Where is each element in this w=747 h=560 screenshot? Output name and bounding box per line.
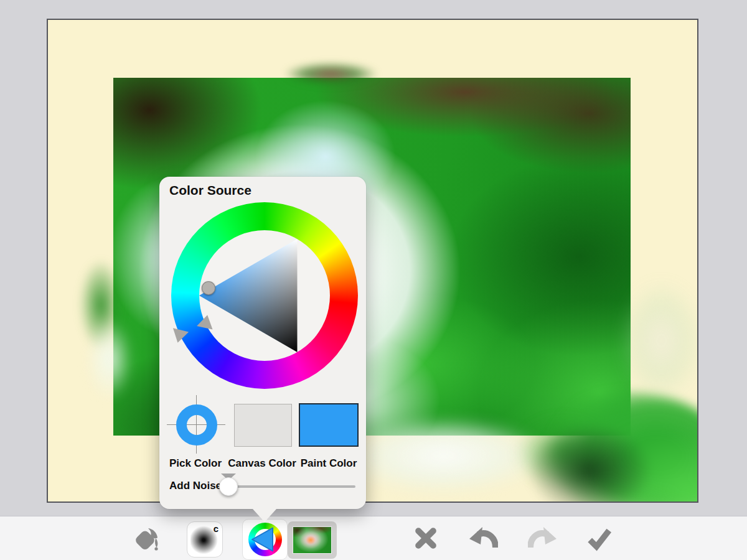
color-source-popover: Color Source	[159, 177, 366, 509]
undo-button[interactable]	[466, 520, 501, 555]
color-picker-handle[interactable]	[202, 281, 215, 295]
add-noise-label: Add Noise	[169, 480, 222, 492]
color-wheel[interactable]	[171, 202, 358, 389]
paint-color-label: Paint Color	[293, 457, 365, 470]
redo-icon	[528, 525, 557, 550]
brush-badge: c	[214, 523, 218, 534]
reference-image-button[interactable]	[288, 521, 337, 559]
redo-button	[525, 520, 560, 555]
fill-bucket-button[interactable]	[128, 520, 167, 556]
add-noise-slider-track[interactable]	[222, 485, 355, 488]
canvas-color-swatch[interactable]	[234, 404, 292, 447]
fill-bucket-icon	[133, 523, 162, 553]
confirm-button[interactable]	[582, 521, 617, 556]
paint-app: Color Source	[0, 0, 747, 560]
painting-canvas[interactable]	[47, 19, 698, 503]
pick-color-icon[interactable]	[176, 404, 217, 446]
pick-color-label: Pick Color	[159, 457, 232, 470]
paint-color-swatch[interactable]	[299, 403, 359, 447]
close-icon	[413, 526, 438, 551]
reference-image-thumbnail	[293, 526, 332, 554]
brush-preview-button[interactable]: c	[187, 521, 223, 558]
color-source-button[interactable]	[242, 519, 288, 560]
bottom-toolbar: c	[0, 516, 747, 560]
canvas-color-label: Canvas Color	[226, 457, 298, 470]
undo-icon	[469, 525, 498, 550]
add-noise-slider-thumb[interactable]	[219, 477, 238, 496]
color-triangle-icon	[248, 523, 282, 556]
paint-smudge-right-faint	[619, 280, 698, 401]
popover-title: Color Source	[169, 183, 251, 198]
checkmark-icon	[586, 525, 613, 551]
cancel-button[interactable]	[408, 521, 443, 556]
hsv-triangle[interactable]	[171, 202, 358, 389]
popover-tail	[253, 509, 276, 522]
